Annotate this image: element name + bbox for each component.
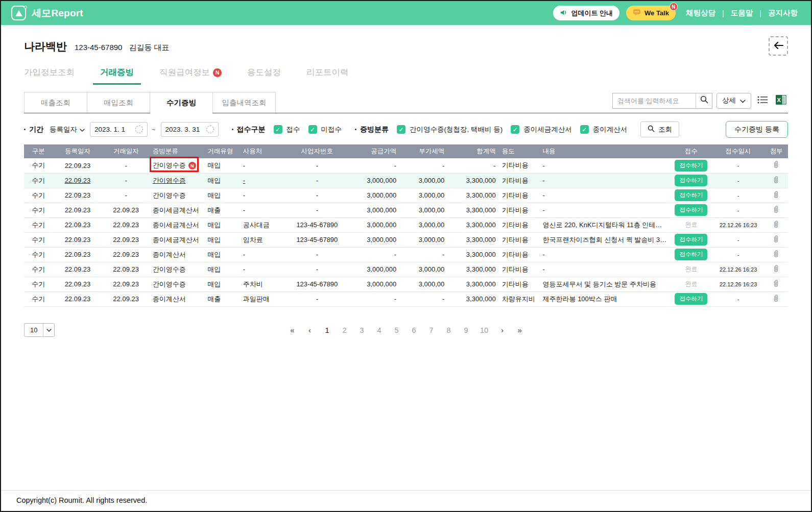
page-button-2[interactable]: 2 bbox=[341, 326, 348, 334]
date-to-input[interactable]: 2023. 3. 31 bbox=[161, 122, 219, 137]
paperclip-icon[interactable] bbox=[773, 279, 779, 288]
table-header-row: 구분등록일자거래일자증빙분류거래유형사용처사업자번호공급가액부가세액합계액용도내… bbox=[24, 144, 788, 158]
page-size-select[interactable]: 10 bbox=[24, 323, 55, 337]
detail-search-select[interactable]: 상세 bbox=[717, 93, 751, 109]
register-manual-proof-button[interactable]: 수기증빙 등록 bbox=[726, 121, 788, 138]
category-checkbox-종이세금계산서[interactable]: ✓종이세금계산서 bbox=[511, 125, 572, 134]
page-button-9[interactable]: 9 bbox=[463, 326, 469, 334]
search-button[interactable] bbox=[696, 93, 712, 108]
update-notice-button[interactable]: 업데이트 안내 bbox=[553, 6, 619, 20]
paperclip-icon[interactable] bbox=[773, 160, 779, 169]
page-button-7[interactable]: 7 bbox=[428, 326, 435, 334]
receipt-filter-label: 접수구분 bbox=[237, 125, 266, 134]
nav-link-3[interactable]: 공지사항 bbox=[768, 8, 798, 18]
prev-page-button[interactable]: ‹ bbox=[306, 326, 313, 334]
main-tab-용도설정[interactable]: 용도설정 bbox=[247, 67, 281, 85]
cell-vendor: 과일판매 bbox=[240, 291, 287, 306]
cell-vendor[interactable]: - bbox=[240, 173, 287, 188]
cell-category[interactable]: 간이영수증 bbox=[150, 173, 205, 188]
page-button-4[interactable]: 4 bbox=[376, 326, 383, 334]
last-page-button[interactable]: » bbox=[516, 326, 523, 334]
cell-trx_date: 22.09.23 bbox=[103, 203, 150, 217]
sub-tab-수기증빙[interactable]: 수기증빙 bbox=[150, 92, 213, 113]
cell-reg_date: 22.09.23 bbox=[53, 188, 102, 203]
page-button-3[interactable]: 3 bbox=[359, 326, 365, 334]
col-header-등록일자: 등록일자 bbox=[53, 144, 102, 158]
next-page-button[interactable]: › bbox=[499, 326, 506, 334]
col-header-접수일시: 접수일시 bbox=[712, 144, 764, 158]
cell-vat: - bbox=[399, 158, 447, 173]
cell-attachment bbox=[765, 247, 788, 262]
receive-button[interactable]: 접수하기 bbox=[675, 189, 707, 201]
cell-total: 3,300,000 bbox=[447, 232, 498, 247]
nav-link-1[interactable]: 채팅상담 bbox=[686, 8, 715, 18]
paperclip-icon[interactable] bbox=[773, 205, 779, 214]
wetalk-button[interactable]: We Talk N bbox=[626, 6, 676, 20]
receive-button[interactable]: 접수하기 bbox=[675, 234, 707, 246]
paperclip-icon[interactable] bbox=[773, 176, 779, 184]
page-button-10[interactable]: 10 bbox=[480, 326, 488, 334]
receive-button[interactable]: 접수하기 bbox=[675, 249, 707, 260]
table-row: 수기22.09.2322.09.23종이세금계산서매입공사대금123-45-67… bbox=[24, 217, 788, 232]
page-size-value: 10 bbox=[25, 324, 43, 336]
page-button-8[interactable]: 8 bbox=[445, 326, 452, 334]
paperclip-icon[interactable] bbox=[773, 190, 779, 199]
cell-attachment bbox=[765, 232, 788, 247]
receipt-done-label: 완료 bbox=[685, 280, 697, 287]
sub-tab-입출내역조회[interactable]: 입출내역조회 bbox=[212, 92, 276, 113]
nav-link-2[interactable]: 도움말 bbox=[731, 8, 753, 18]
paperclip-icon[interactable] bbox=[773, 220, 779, 229]
cell-attachment bbox=[765, 262, 788, 277]
period-type-select[interactable]: 등록일자 bbox=[50, 125, 85, 134]
left-arrow-icon bbox=[773, 41, 784, 51]
paperclip-icon[interactable] bbox=[773, 294, 779, 303]
search-input[interactable] bbox=[613, 93, 696, 108]
table-row: 수기22.09.2322.09.23간이영수증매입--3,000,0003,00… bbox=[24, 262, 788, 277]
cell-category: 종이세금계산서 bbox=[150, 232, 205, 247]
cell-biz_no: - bbox=[287, 203, 347, 217]
cell-trx_type: 매입 bbox=[204, 188, 240, 203]
first-page-button[interactable]: « bbox=[289, 326, 296, 334]
receive-button[interactable]: 접수하기 bbox=[675, 160, 707, 172]
paperclip-icon[interactable] bbox=[773, 264, 779, 273]
main-tab-label: 리포트이력 bbox=[306, 67, 349, 78]
receive-button[interactable]: 접수하기 bbox=[675, 175, 707, 186]
category-text: 종이세금계산서 bbox=[153, 206, 199, 215]
cell-biz_no: - bbox=[287, 173, 347, 188]
main-tab-리포트이력[interactable]: 리포트이력 bbox=[306, 67, 349, 85]
main-tab-가입정보조회[interactable]: 가입정보조회 bbox=[24, 67, 75, 85]
cell-receipt-time: - bbox=[712, 173, 764, 188]
cell-biz_no: - bbox=[287, 262, 347, 277]
date-from-input[interactable]: 2023. 1. 1 bbox=[90, 122, 148, 137]
cell-reg_date: 22.09.23 bbox=[53, 291, 102, 306]
category-checkbox-종이계산서[interactable]: ✓종이계산서 bbox=[580, 125, 628, 134]
receive-button[interactable]: 접수하기 bbox=[675, 293, 707, 305]
cell-reg_date[interactable]: 22.09.23 bbox=[53, 173, 102, 188]
category-checkbox-간이영수증(청첩장, 택배비 등)[interactable]: ✓간이영수증(청첩장, 택배비 등) bbox=[397, 125, 503, 134]
page-button-1[interactable]: 1 bbox=[324, 326, 330, 334]
category-text: 간이영수증 bbox=[153, 280, 186, 289]
receive-button[interactable]: 접수하기 bbox=[675, 204, 707, 216]
page-button-6[interactable]: 6 bbox=[411, 326, 417, 334]
sub-tab-매입조회[interactable]: 매입조회 bbox=[87, 92, 150, 113]
cell-receipt-time: - bbox=[712, 291, 764, 306]
cell-receipt-time: - bbox=[712, 232, 764, 247]
receipt-checkbox-미접수[interactable]: ✓미접수 bbox=[308, 125, 342, 134]
main-tab-거래증빙[interactable]: 거래증빙 bbox=[100, 67, 134, 85]
back-button[interactable] bbox=[769, 36, 788, 56]
sub-tab-매출조회[interactable]: 매출조회 bbox=[24, 92, 87, 113]
excel-export-button[interactable]: X bbox=[774, 94, 788, 107]
main-tab-직원급여정보[interactable]: 직원급여정보N bbox=[159, 67, 222, 85]
query-button[interactable]: 조회 bbox=[640, 121, 679, 137]
proof-table: 구분등록일자거래일자증빙분류거래유형사용처사업자번호공급가액부가세액합계액용도내… bbox=[24, 144, 788, 307]
page-button-5[interactable]: 5 bbox=[393, 326, 400, 334]
list-view-button[interactable] bbox=[755, 94, 770, 107]
receipt-checkbox-접수[interactable]: ✓접수 bbox=[274, 125, 300, 134]
date-to-value: 2023. 3. 31 bbox=[165, 126, 200, 133]
paperclip-icon[interactable] bbox=[773, 250, 779, 258]
cell-supply: - bbox=[347, 291, 399, 306]
wetalk-new-badge: N bbox=[670, 3, 678, 11]
paperclip-icon[interactable] bbox=[773, 235, 779, 243]
cell-gubun: 수기 bbox=[24, 217, 53, 232]
cell-vendor: - bbox=[240, 158, 287, 173]
